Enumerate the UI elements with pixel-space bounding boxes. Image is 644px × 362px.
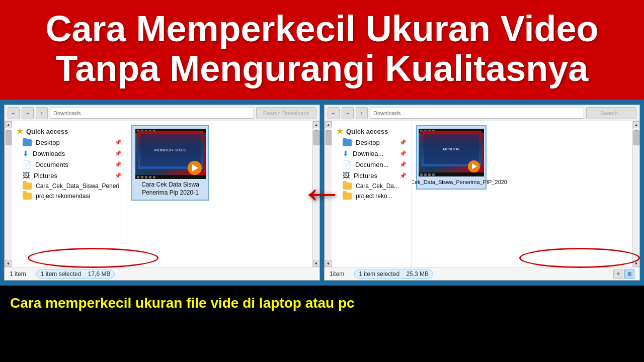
right-selected-status: 1 item selected 25,3 MB (354, 269, 433, 279)
pin-icon-desktop-right: 📌 (399, 139, 407, 146)
scroll-thumb-main-right[interactable] (633, 130, 639, 145)
film-strip-bottom-left (135, 175, 206, 179)
pin-icon-documents-right: 📌 (399, 161, 407, 168)
title-banner: Cara Memperkecil Ukuran Video Tanpa Meng… (0, 0, 644, 100)
view-icons-right: ≡ ⊞ (613, 269, 634, 279)
up-button-right[interactable]: ↑ (356, 107, 368, 119)
pin-icon-desktop-left: 📌 (115, 139, 122, 146)
quick-access-right: ★ Quick access (332, 125, 412, 137)
sidebar-item-cara-right[interactable]: Cara_Cek_Da... (332, 181, 412, 191)
right-file-thumbnail[interactable]: MONITOR Cara_Cek_Data_Si (416, 125, 487, 189)
downloads-arrow-icon-right: ⬇ (343, 149, 349, 157)
left-file-label: Cara Cek Data Siswa Penerima Pip 2020-1 (135, 181, 206, 197)
content-area: ← → ↑ Downloads Search Downloads ▲ ▼ ★ (0, 100, 644, 286)
left-video-thumb: MONITOR SITUS (135, 129, 206, 179)
right-sidebar: ★ Quick access Desktop 📌 ⬇ Downloa... 📌 … (332, 121, 412, 267)
right-video-thumb: MONITOR (419, 129, 484, 176)
left-explorer-topbar: ← → ↑ Downloads Search Downloads (5, 105, 319, 121)
back-button[interactable]: ← (8, 107, 20, 119)
address-bar-left[interactable]: Downloads (50, 108, 254, 119)
sidebar-item-pictures-left[interactable]: 🖼 Pictures 📌 (12, 170, 127, 181)
play-triangle-left (192, 164, 198, 171)
pin-icon-downloads-left: 📌 (115, 150, 122, 157)
left-explorer-body: ▲ ▼ ★ Quick access Desktop 📌 ⬇ Downloads (5, 121, 319, 267)
sidebar-item-downloads-right[interactable]: ⬇ Downloa... 📌 (332, 148, 412, 159)
right-explorer-body: ▲ ▼ ★ Quick access Desktop 📌 ⬇ Downloa..… (325, 121, 639, 267)
up-button[interactable]: ↑ (36, 107, 48, 119)
scroll-up-main-left[interactable]: ▲ (313, 121, 320, 128)
bottom-text: Cara memperkecil ukuran file vide di lap… (10, 295, 355, 311)
bottom-banner: Cara memperkecil ukuran file vide di lap… (0, 286, 644, 321)
left-item-count: 1 item (10, 270, 26, 278)
scroll-down-right[interactable]: ▼ (325, 260, 332, 267)
right-file-label: Cara_Cek_Data_Siswa_Penerima_PIP_2020 (412, 178, 507, 186)
sidebar-scrollbar-left[interactable]: ▲ ▼ (5, 121, 12, 267)
scroll-down-main-right[interactable]: ▼ (633, 260, 640, 267)
sidebar-item-project-right[interactable]: project reko... (332, 191, 412, 201)
pin-icon-pictures-right: 📌 (399, 172, 407, 179)
scroll-thumb-left[interactable] (6, 130, 12, 145)
scroll-up-right[interactable]: ▲ (325, 121, 332, 128)
documents-icon-right: 📄 (343, 160, 351, 168)
address-bar-right[interactable]: Downloads (370, 108, 584, 119)
scroll-thumb-right[interactable] (326, 130, 332, 145)
search-bar-left[interactable]: Search Downloads (256, 107, 316, 119)
sidebar-item-documents-left[interactable]: 📄 Documents 📌 (12, 159, 127, 170)
project-folder-icon-left (23, 193, 32, 200)
pin-icon-pictures-left: 📌 (115, 172, 122, 179)
right-item-count: 1item (330, 270, 344, 278)
pin-icon-documents-left: 📌 (115, 161, 122, 168)
left-explorer-window: ← → ↑ Downloads Search Downloads ▲ ▼ ★ (4, 105, 320, 281)
sidebar-item-desktop-right[interactable]: Desktop 📌 (332, 137, 412, 148)
cara-folder-icon-left (23, 183, 32, 190)
left-selected-status: 1 item selected 17,6 MB (36, 269, 115, 279)
right-status-bar: 1item 1 item selected 25,3 MB ≡ ⊞ (325, 267, 639, 280)
scroll-down-left[interactable]: ▼ (5, 260, 12, 267)
sidebar-item-pictures-right[interactable]: 🖼 Pictures 📌 (332, 170, 412, 181)
left-sidebar: ★ Quick access Desktop 📌 ⬇ Downloads 📌 📄… (12, 121, 127, 267)
sidebar-scrollbar-right[interactable]: ▲ ▼ (325, 121, 332, 267)
quick-access-star-right: ★ (337, 127, 343, 135)
right-main-panel: MONITOR Cara_Cek_Data_Si (412, 121, 632, 267)
sidebar-item-downloads-left[interactable]: ⬇ Downloads 📌 (12, 148, 127, 159)
scroll-up-left[interactable]: ▲ (5, 121, 12, 128)
cara-folder-icon-right (343, 183, 352, 190)
forward-button-right[interactable]: → (342, 107, 354, 119)
right-explorer-topbar: ← → ↑ Downloads Search... (325, 105, 639, 121)
view-large-icons-right[interactable]: ⊞ (624, 269, 634, 279)
film-strip-bottom-right (419, 172, 484, 176)
project-folder-icon-right (343, 193, 352, 200)
scroll-thumb-main-left[interactable] (313, 130, 319, 145)
pin-icon-downloads-right: 📌 (399, 150, 407, 157)
sidebar-item-cara-left[interactable]: Cara_Cek_Data_Siswa_Peneri (12, 181, 127, 191)
title-line1: Cara Memperkecil Ukuran Video Tanpa Meng… (15, 9, 629, 88)
main-scrollbar-left[interactable]: ▲ ▼ (312, 121, 319, 267)
play-button-left[interactable] (188, 161, 202, 175)
documents-icon-left: 📄 (23, 160, 31, 168)
quick-access-left: ★ Quick access (12, 125, 127, 137)
view-details-right[interactable]: ≡ (613, 269, 623, 279)
desktop-folder-icon-left (23, 139, 32, 146)
left-status-bar: 1 item 1 item selected 17,6 MB (5, 267, 319, 280)
left-main-panel: MONITOR SITUS (127, 121, 312, 267)
left-file-thumbnail[interactable]: MONITOR SITUS (131, 125, 209, 200)
forward-button[interactable]: → (22, 107, 34, 119)
play-button-right[interactable] (468, 160, 480, 172)
scroll-up-main-right[interactable]: ▲ (633, 121, 640, 128)
main-scrollbar-right[interactable]: ▲ ▼ (632, 121, 639, 267)
pictures-icon-right: 🖼 (343, 171, 350, 179)
quick-access-star-left: ★ (17, 127, 23, 135)
downloads-arrow-icon-left: ⬇ (23, 149, 29, 157)
desktop-folder-icon-right (343, 139, 352, 146)
pictures-icon-left: 🖼 (23, 171, 30, 179)
play-triangle-right (472, 163, 477, 169)
right-explorer-window: ← → ↑ Downloads Search... ▲ ▼ ★ Quick (324, 105, 640, 281)
sidebar-item-project-left[interactable]: project rekomendasi (12, 191, 127, 201)
sidebar-item-documents-right[interactable]: 📄 Documen... 📌 (332, 159, 412, 170)
sidebar-item-desktop-left[interactable]: Desktop 📌 (12, 137, 127, 148)
scroll-down-main-left[interactable]: ▼ (313, 260, 320, 267)
search-bar-right[interactable]: Search... (586, 107, 636, 119)
back-button-right[interactable]: ← (328, 107, 340, 119)
